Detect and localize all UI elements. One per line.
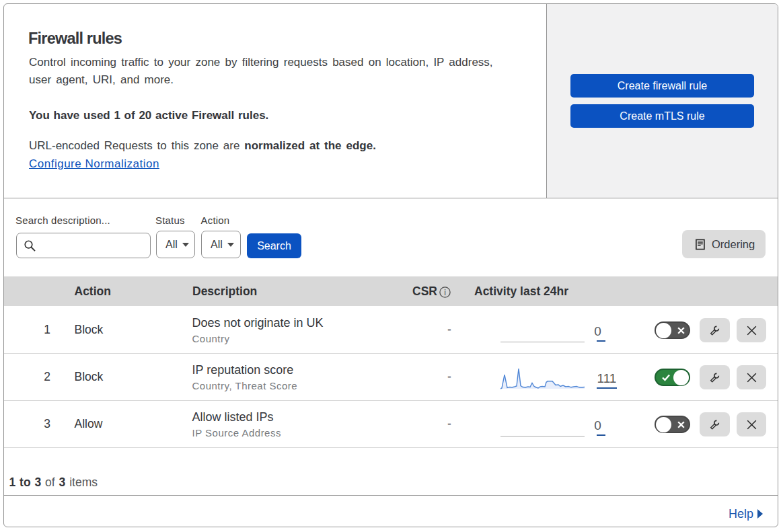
svg-text:i: i [444, 288, 446, 297]
